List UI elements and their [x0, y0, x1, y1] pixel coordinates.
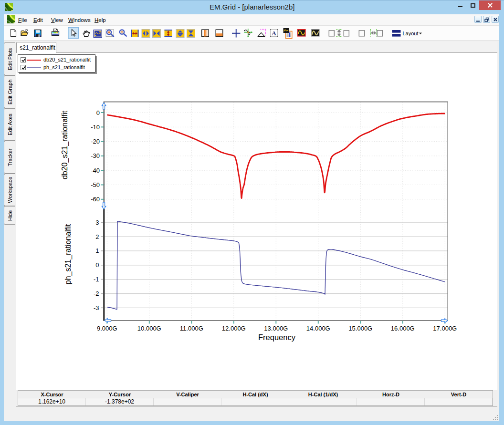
- svg-text:A: A: [272, 30, 276, 37]
- svg-text:Layout: Layout: [403, 31, 419, 36]
